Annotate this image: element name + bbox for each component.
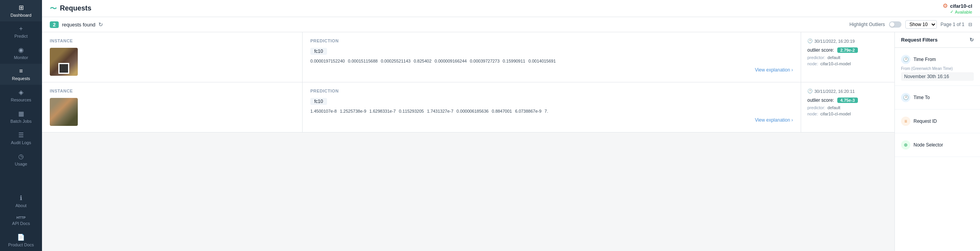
pred-values-1: 0.0000197152240 0.00015115688 0.00025521…: [310, 59, 793, 63]
instance-image-2: [50, 98, 78, 126]
sidebar-item-api-docs[interactable]: HTTP API Docs: [0, 212, 42, 230]
node-selector-item[interactable]: ⊕ Node Selector: [901, 138, 974, 152]
highlight-outliers-label: Highlight Outliers: [849, 22, 885, 27]
timestamp-2: 🕐 30/11/2022, 16:20:11: [807, 89, 888, 94]
prediction-col-label: PREDICTION: [310, 38, 793, 43]
sidebar-label-dashboard: Dashboard: [10, 13, 32, 17]
page-info: Page 1 of 1: [941, 22, 964, 27]
requests-icon: ≡: [19, 68, 23, 75]
predictor-label-1: predictor:: [807, 55, 825, 60]
monitor-icon: ◉: [18, 46, 24, 54]
pred-class-tag-1: fc10: [310, 48, 327, 55]
filter-section-time-from[interactable]: 🕐 Time From From (Greenwich Mean Time) N…: [895, 48, 980, 86]
node-label-1: node:: [807, 61, 818, 66]
sidebar-item-usage[interactable]: ◷ Usage: [0, 149, 42, 170]
filter-icon[interactable]: ⊟: [968, 22, 972, 27]
requests-list: INSTANCE PREDICTION fc10 0.0000197152240…: [42, 32, 894, 251]
count-badge: 2: [50, 21, 59, 28]
filter-section-node-selector[interactable]: ⊕ Node Selector: [895, 133, 980, 157]
instance-col-label-2: INSTANCE: [50, 89, 294, 93]
time-from-value[interactable]: November 30th 16:16: [901, 72, 974, 81]
predictor-value-2: default: [828, 105, 840, 110]
node-selector-icon: ⊕: [901, 140, 910, 150]
outlier-score-label-2: outlier score:: [807, 98, 834, 103]
outlier-col-1: 🕐 30/11/2022, 16:20:19 outlier score: 2.…: [801, 32, 894, 82]
time-to-label: Time To: [914, 95, 930, 100]
node-value-2: cifar10-cl-model: [821, 112, 851, 116]
instance-col-label: INSTANCE: [50, 38, 294, 43]
timestamp-text-2: 30/11/2022, 16:20:11: [814, 89, 855, 94]
pred-values-2: 1.4500107e-8 1.2525738e-9 1.6298331e-7 0…: [310, 109, 793, 113]
sidebar-item-resources[interactable]: ◈ Resources: [0, 85, 42, 106]
filter-panel-header: Request Filters ↻: [895, 32, 980, 48]
outlier-score-row-2: outlier score: 4.75e-3: [807, 98, 888, 103]
clock-icon-1: 🕐: [807, 38, 813, 44]
dashboard-icon: ⊞: [19, 4, 24, 11]
refresh-filter-icon[interactable]: ↻: [970, 37, 974, 43]
sidebar-item-batch-jobs[interactable]: ▦ Batch Jobs: [0, 106, 42, 127]
sidebar-item-audit-logs[interactable]: ☰ Audit Logs: [0, 127, 42, 149]
instance-col-1: INSTANCE: [42, 32, 303, 82]
sidebar-item-about[interactable]: ℹ About: [0, 190, 42, 212]
count-label: requests found: [62, 22, 95, 28]
refresh-button[interactable]: ↻: [98, 21, 103, 28]
content-area: INSTANCE PREDICTION fc10 0.0000197152240…: [42, 32, 980, 251]
sidebar-item-predict[interactable]: + Predict: [0, 21, 42, 42]
sidebar-item-requests[interactable]: ≡ Requests: [0, 64, 42, 85]
node-selector-label: Node Selector: [914, 142, 943, 148]
view-explanation-button-2[interactable]: View explanation ›: [310, 117, 793, 123]
prediction-col-2: PREDICTION fc10 1.4500107e-8 1.2525738e-…: [303, 82, 801, 132]
sidebar-item-product-docs[interactable]: 📄 Product Docs: [0, 230, 42, 251]
outlier-score-row-1: outlier score: 2.79e-2: [807, 47, 888, 53]
predictor-value-1: default: [828, 55, 840, 60]
sidebar-label-predict: Predict: [14, 34, 28, 38]
toggle-knob: [890, 22, 894, 27]
time-from-label: Time From: [914, 57, 936, 62]
timestamp-1: 🕐 30/11/2022, 16:20:19: [807, 38, 888, 44]
instance-col-2: INSTANCE: [42, 82, 303, 132]
sidebar-label-product-docs: Product Docs: [8, 242, 34, 247]
main-area: 〜 Requests ⚙ cifar10-cl ✓ Available 2 re…: [42, 0, 980, 251]
show-select[interactable]: Show 10 Show 25 Show 50: [905, 20, 937, 29]
table-row: INSTANCE PREDICTION fc10 1.4500107e-8 1.…: [42, 82, 894, 132]
filter-section-time-to[interactable]: 🕐 Time To: [895, 86, 980, 110]
model-icon: ⚙: [943, 2, 948, 9]
outlier-score-label-1: outlier score:: [807, 47, 834, 53]
status-text: Available: [955, 10, 972, 14]
requests-count: 2 requests found ↻: [50, 21, 103, 28]
page-title: 〜 Requests: [50, 4, 91, 13]
request-id-icon: ≡: [901, 117, 910, 126]
status-badge: ✓ Available: [950, 9, 972, 14]
sidebar-label-resources: Resources: [11, 98, 32, 102]
sidebar-label-audit-logs: Audit Logs: [11, 140, 31, 145]
time-to-item[interactable]: 🕐 Time To: [901, 91, 974, 105]
predict-icon: +: [19, 25, 23, 32]
outlier-score-value-2: 4.75e-3: [837, 98, 858, 103]
node-row-2: node: cifar10-cl-model: [807, 112, 888, 116]
highlight-outliers-toggle[interactable]: [889, 21, 901, 28]
time-from-item[interactable]: 🕐 Time From: [901, 52, 974, 66]
sidebar-item-monitor[interactable]: ◉ Monitor: [0, 42, 42, 64]
view-explanation-button-1[interactable]: View explanation ›: [310, 67, 793, 73]
sidebar-label-about: About: [16, 203, 27, 208]
outlier-score-value-1: 2.79e-2: [837, 47, 858, 53]
sidebar-item-dashboard[interactable]: ⊞ Dashboard: [0, 0, 42, 21]
filter-panel: Request Filters ↻ 🕐 Time From From (Gree…: [894, 32, 980, 251]
audit-logs-icon: ☰: [18, 131, 24, 139]
request-id-label: Request ID: [914, 119, 937, 124]
resources-icon: ◈: [19, 89, 23, 96]
request-id-item[interactable]: ≡ Request ID: [901, 114, 974, 128]
filter-section-request-id[interactable]: ≡ Request ID: [895, 110, 980, 133]
node-value-1: cifar10-cl-model: [821, 61, 851, 66]
model-info: ⚙ cifar10-cl ✓ Available: [943, 2, 972, 14]
timestamp-text-1: 30/11/2022, 16:20:19: [814, 39, 855, 44]
predictor-row-1: predictor: default: [807, 55, 888, 60]
outlier-col-2: 🕐 30/11/2022, 16:20:11 outlier score: 4.…: [801, 82, 894, 132]
sidebar: ⊞ Dashboard + Predict ◉ Monitor ≡ Reques…: [0, 0, 42, 251]
title-text: Requests: [60, 4, 91, 12]
filter-panel-title: Request Filters: [901, 37, 938, 43]
sidebar-label-requests: Requests: [12, 76, 30, 81]
toolbar-right: Highlight Outliers Show 10 Show 25 Show …: [849, 20, 972, 29]
sidebar-label-usage: Usage: [15, 162, 27, 166]
instance-image-1: [50, 48, 78, 76]
